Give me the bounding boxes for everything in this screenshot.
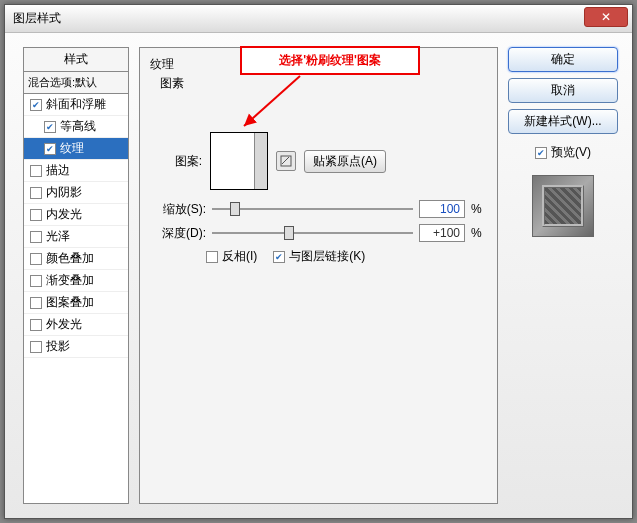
checkbox-icon: [30, 165, 42, 177]
pattern-picker[interactable]: [210, 132, 268, 190]
checkbox-icon: [30, 253, 42, 265]
close-icon: ✕: [601, 10, 611, 24]
style-item-9[interactable]: 图案叠加: [24, 292, 128, 314]
style-item-label: 纹理: [60, 140, 84, 157]
style-item-2[interactable]: 纹理: [24, 138, 128, 160]
pattern-label: 图案:: [166, 153, 202, 170]
style-item-4[interactable]: 内阴影: [24, 182, 128, 204]
new-style-button[interactable]: 新建样式(W)...: [508, 109, 618, 134]
style-item-7[interactable]: 颜色叠加: [24, 248, 128, 270]
style-item-label: 颜色叠加: [46, 250, 94, 267]
action-column: 确定 取消 新建样式(W)... 预览(V): [508, 47, 618, 504]
style-item-5[interactable]: 内发光: [24, 204, 128, 226]
scale-row: 缩放(S): 100 %: [150, 200, 487, 218]
dialog-body: 样式 混合选项:默认 斜面和浮雕等高线纹理描边内阴影内发光光泽颜色叠加渐变叠加图…: [5, 33, 632, 518]
style-item-label: 光泽: [46, 228, 70, 245]
svg-line-0: [244, 76, 300, 126]
checkbox-icon: [30, 275, 42, 287]
style-list-header: 样式: [23, 47, 129, 72]
window-title: 图层样式: [9, 10, 61, 27]
texture-panel: 纹理 图素 选择'粉刷纹理'图案 图案: 贴紧原点(A) 缩放(S):: [139, 47, 498, 504]
style-list-column: 样式 混合选项:默认 斜面和浮雕等高线纹理描边内阴影内发光光泽颜色叠加渐变叠加图…: [23, 47, 129, 504]
scale-slider[interactable]: [212, 202, 413, 216]
link-checkbox[interactable]: 与图层链接(K): [273, 248, 365, 265]
pattern-row: 图案: 贴紧原点(A): [166, 132, 487, 190]
close-button[interactable]: ✕: [584, 7, 628, 27]
depth-row: 深度(D): +100 %: [150, 224, 487, 242]
style-item-1[interactable]: 等高线: [24, 116, 128, 138]
depth-unit: %: [471, 226, 487, 240]
style-item-label: 外发光: [46, 316, 82, 333]
link-label: 与图层链接(K): [289, 248, 365, 265]
style-item-8[interactable]: 渐变叠加: [24, 270, 128, 292]
invert-checkbox[interactable]: 反相(I): [206, 248, 257, 265]
checkbox-icon: [30, 319, 42, 331]
scale-label: 缩放(S):: [150, 201, 206, 218]
checkbox-icon: [206, 251, 218, 263]
layer-style-dialog: 图层样式 ✕ 样式 混合选项:默认 斜面和浮雕等高线纹理描边内阴影内发光光泽颜色…: [4, 4, 633, 519]
checkbox-icon: [273, 251, 285, 263]
callout-text: 选择'粉刷纹理'图案: [279, 53, 381, 67]
style-list: 斜面和浮雕等高线纹理描边内阴影内发光光泽颜色叠加渐变叠加图案叠加外发光投影: [23, 94, 129, 504]
style-item-0[interactable]: 斜面和浮雕: [24, 94, 128, 116]
style-item-11[interactable]: 投影: [24, 336, 128, 358]
checkbox-icon: [30, 341, 42, 353]
style-item-10[interactable]: 外发光: [24, 314, 128, 336]
ok-button[interactable]: 确定: [508, 47, 618, 72]
invert-label: 反相(I): [222, 248, 257, 265]
style-item-label: 内阴影: [46, 184, 82, 201]
style-item-label: 等高线: [60, 118, 96, 135]
depth-slider[interactable]: [212, 226, 413, 240]
blend-options-row[interactable]: 混合选项:默认: [23, 72, 129, 94]
callout-arrow-icon: [240, 74, 330, 134]
style-item-label: 内发光: [46, 206, 82, 223]
style-item-label: 斜面和浮雕: [46, 96, 106, 113]
depth-label: 深度(D):: [150, 225, 206, 242]
checkbox-icon: [30, 209, 42, 221]
checkbox-icon: [535, 147, 547, 159]
style-item-label: 描边: [46, 162, 70, 179]
style-item-label: 投影: [46, 338, 70, 355]
style-item-3[interactable]: 描边: [24, 160, 128, 182]
checkbox-icon: [30, 297, 42, 309]
preview-label: 预览(V): [551, 144, 591, 161]
preview-thumbnail: [532, 175, 594, 237]
scale-input[interactable]: 100: [419, 200, 465, 218]
checkbox-icon: [44, 121, 56, 133]
preview-inner-icon: [542, 185, 584, 227]
cancel-button[interactable]: 取消: [508, 78, 618, 103]
scale-unit: %: [471, 202, 487, 216]
checkbox-icon: [30, 99, 42, 111]
titlebar[interactable]: 图层样式 ✕: [5, 5, 632, 33]
style-item-6[interactable]: 光泽: [24, 226, 128, 248]
style-item-label: 图案叠加: [46, 294, 94, 311]
style-item-label: 渐变叠加: [46, 272, 94, 289]
options-row: 反相(I) 与图层链接(K): [206, 248, 487, 265]
callout-box: 选择'粉刷纹理'图案: [240, 46, 420, 75]
checkbox-icon: [44, 143, 56, 155]
preview-checkbox[interactable]: 预览(V): [508, 144, 618, 161]
depth-input[interactable]: +100: [419, 224, 465, 242]
new-preset-icon[interactable]: [276, 151, 296, 171]
svg-rect-1: [281, 156, 291, 166]
checkbox-icon: [30, 231, 42, 243]
checkbox-icon: [30, 187, 42, 199]
snap-origin-button[interactable]: 贴紧原点(A): [304, 150, 386, 173]
